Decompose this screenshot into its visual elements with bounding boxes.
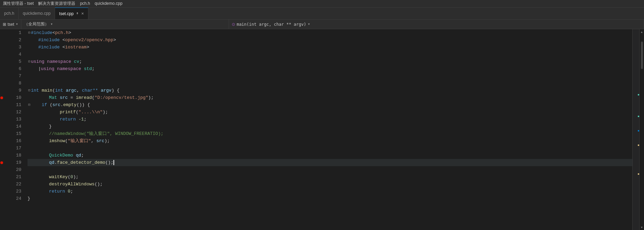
- gutter-line-7: [0, 72, 3, 80]
- fold-icon-5[interactable]: ⊟: [28, 60, 31, 64]
- toolbar-function-section: ⊙ main(int argc, char ** argv) ▼: [229, 20, 644, 29]
- gutter-line-9: [0, 87, 3, 94]
- line-num-8: 8: [3, 80, 21, 87]
- gutter-line-20: [0, 166, 3, 173]
- gutter-line-16: [0, 137, 3, 145]
- close-icon[interactable]: ✕: [81, 12, 84, 15]
- gutter-line-22: [0, 181, 3, 188]
- tab-quickdemo[interactable]: quickdemo.cpp: [19, 8, 55, 19]
- project-label: tset: [8, 22, 14, 27]
- gutter-line-21: [0, 173, 3, 181]
- line-num-7: 7: [3, 72, 21, 80]
- gutter-line-23: [0, 188, 3, 195]
- code-line-16: imshow("输入窗口", src);: [28, 137, 632, 145]
- gutter-line-18: [0, 152, 3, 159]
- gutter-line-19[interactable]: [0, 159, 3, 166]
- minimap-panel: [632, 29, 639, 230]
- line-num-6: 6: [3, 65, 21, 72]
- scroll-down-button[interactable]: ▼: [640, 225, 644, 230]
- gutter-line-17: [0, 145, 3, 152]
- gutter-line-11: [0, 101, 3, 108]
- code-line-19: qd.face_detector_demo();: [28, 159, 632, 166]
- gutter-line-10[interactable]: [0, 94, 3, 101]
- line-num-18: 18: [3, 152, 21, 159]
- project-arrow-icon: ▼: [15, 23, 18, 26]
- function-label: main(int argc, char ** argv): [237, 22, 306, 27]
- breakpoint-19[interactable]: [0, 161, 3, 164]
- line-num-22: 22: [3, 181, 21, 188]
- code-line-13: return -1;: [28, 116, 632, 123]
- toolbar-row: ⊞ tset ▼ （全局范围） ▼ ⊙ main(int argc, char …: [0, 20, 644, 29]
- gutter-line-3: [0, 44, 3, 51]
- tab-tset-label: tset.cpp: [59, 11, 74, 16]
- function-dropdown[interactable]: ⊙ main(int argc, char ** argv) ▼: [229, 20, 644, 29]
- scrollbar[interactable]: ▲ ▼: [639, 29, 644, 230]
- line-num-4: 4: [3, 51, 21, 58]
- gutter-line-6: [0, 65, 3, 72]
- code-line-22: destroyAllWindows();: [28, 181, 632, 188]
- gutter-line-2: [0, 36, 3, 44]
- gutter-line-1: [0, 29, 3, 36]
- toolbar-scope-section: （全局范围） ▼: [21, 20, 229, 29]
- line-num-24: 24: [3, 195, 21, 202]
- function-icon: ⊙: [232, 22, 235, 27]
- code-line-15: //namedWindow("输入窗口", WINDOW_FREERATIO);: [28, 130, 632, 137]
- scroll-up-button[interactable]: ▲: [640, 29, 644, 35]
- line-num-13: 13: [3, 116, 21, 123]
- code-line-3: #include <iostream>: [28, 44, 632, 51]
- line-num-14: 14: [3, 123, 21, 130]
- tab-pch[interactable]: pch.h: [0, 8, 19, 19]
- code-line-14: }: [28, 123, 632, 130]
- line-num-10: 10: [3, 94, 21, 101]
- code-line-20: [28, 166, 632, 173]
- fold-icon-1[interactable]: ⊟: [28, 31, 31, 35]
- gutter-line-24: [0, 195, 3, 202]
- gutter: [0, 29, 3, 230]
- line-num-21: 21: [3, 173, 21, 181]
- scope-dropdown[interactable]: （全局范围） ▼: [21, 20, 229, 29]
- code-line-18: QuickDemo qd;: [28, 152, 632, 159]
- project-dropdown[interactable]: ⊞ tset ▼: [0, 20, 21, 29]
- gutter-line-13: [0, 116, 3, 123]
- code-line-11: ⊟ if (src.empty()) {: [28, 101, 632, 108]
- fold-icon-11[interactable]: ⊟: [28, 103, 31, 107]
- code-line-2: #include <opencv2/opencv.hpp>: [28, 36, 632, 44]
- line-num-15: 15: [3, 130, 21, 137]
- code-line-4: [28, 51, 632, 58]
- gutter-line-5: [0, 58, 3, 65]
- main-area: 1 2 3 4 5 6 7 8 9 10 11 12 13 14 15 16 1…: [0, 29, 644, 230]
- line-num-12: 12: [3, 108, 21, 116]
- scroll-thumb[interactable]: [641, 42, 643, 69]
- code-line-5: ⊟using namespace cv;: [28, 58, 632, 65]
- toolbar-project-section: ⊞ tset ▼: [0, 20, 21, 29]
- tab-bar: pch.h quickdemo.cpp tset.cpp 🖈 ✕: [0, 8, 644, 20]
- scroll-track[interactable]: [640, 35, 644, 225]
- gutter-line-8: [0, 80, 3, 87]
- line-num-19: 19: [3, 159, 21, 166]
- gutter-line-4: [0, 51, 3, 58]
- code-editor[interactable]: ⊟#include<pch.h> #include <opencv2/openc…: [24, 29, 632, 230]
- tab-tset[interactable]: tset.cpp 🖈 ✕: [55, 8, 88, 19]
- project-icon: ⊞: [3, 22, 6, 27]
- gutter-line-15: [0, 130, 3, 137]
- code-line-21: waitKey(0);: [28, 173, 632, 181]
- title-bar-text: 属性管理器 - tset 解决方案资源管理器 pch.h quickdemo.c…: [3, 1, 122, 7]
- code-line-8: [28, 80, 632, 87]
- line-num-11: 11: [3, 101, 21, 108]
- gutter-line-14: [0, 123, 3, 130]
- code-line-17: [28, 145, 632, 152]
- line-num-1: 1: [3, 29, 21, 36]
- line-num-23: 23: [3, 188, 21, 195]
- line-num-3: 3: [3, 44, 21, 51]
- tab-quickdemo-label: quickdemo.cpp: [23, 11, 51, 16]
- function-arrow-icon: ▼: [307, 23, 310, 26]
- title-bar: 属性管理器 - tset 解决方案资源管理器 pch.h quickdemo.c…: [0, 0, 644, 8]
- fold-icon-9[interactable]: ⊟: [28, 89, 31, 92]
- code-line-10: Mat src = imread("D:/opencv/test.jpg");: [28, 94, 632, 101]
- code-line-9: ⊟int main(int argc, char** argv) {: [28, 87, 632, 94]
- code-line-7: [28, 72, 632, 80]
- scope-label: （全局范围）: [24, 21, 49, 27]
- line-num-17: 17: [3, 145, 21, 152]
- breakpoint-10[interactable]: [0, 96, 3, 99]
- pin-icon[interactable]: 🖈: [76, 12, 79, 15]
